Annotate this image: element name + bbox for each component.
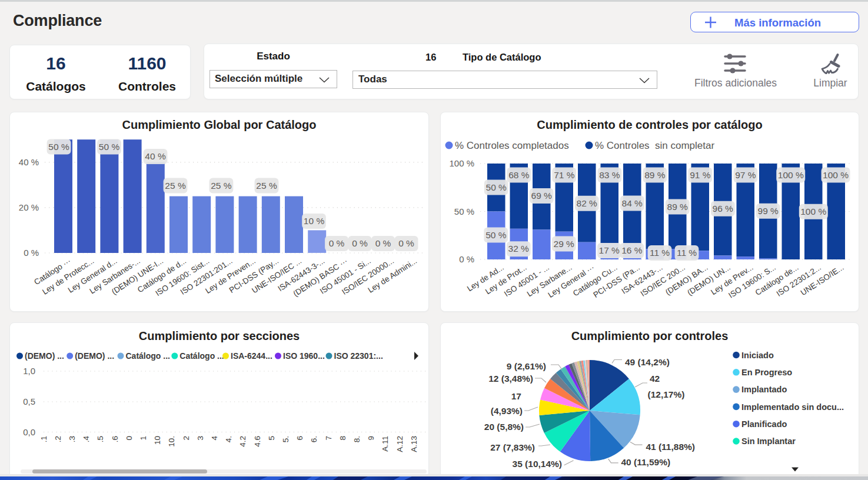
svg-text:17: 17 [511,391,521,401]
svg-text:100 %: 100 % [800,206,826,216]
svg-text:.3: .3 [68,436,77,442]
svg-text:ISO 1960...: ISO 1960... [283,351,325,361]
svg-text:11 %: 11 % [677,248,697,258]
svg-text:29 %: 29 % [554,239,575,249]
svg-text:0 %: 0 % [459,254,474,264]
svg-text:25 %: 25 % [165,181,186,191]
svg-text:41 (11,88%): 41 (11,88%) [646,442,695,452]
svg-text:1,0: 1,0 [23,366,35,376]
svg-text:En Progreso: En Progreso [741,368,792,377]
svg-text:A.11: A.11 [381,436,390,452]
svg-text:97 %: 97 % [735,170,756,180]
svg-text:20 %: 20 % [19,202,39,212]
svg-text:.2: .2 [54,436,62,442]
svg-text:1: 1 [139,436,148,441]
svg-text:Cumplimiento Global por Catálo: Cumplimiento Global por Catálogo [122,118,317,131]
svg-text:% Controles sin completar: % Controles sin completar [595,140,714,151]
svg-text:16 %: 16 % [621,245,643,255]
svg-text:(4,93%): (4,93%) [491,406,523,416]
svg-text:96 %: 96 % [713,204,734,214]
svg-text:8.: 8. [352,436,361,442]
svg-text:4.2: 4.2 [238,436,247,447]
svg-text:49 (14,2%): 49 (14,2%) [625,357,670,367]
svg-text:% Controles completados: % Controles completados [455,140,569,151]
svg-text:4.6: 4.6 [253,436,262,447]
svg-text:10: 10 [153,436,162,445]
svg-text:20 (5,8%): 20 (5,8%) [484,422,524,432]
svg-text:99 %: 99 % [758,206,779,216]
svg-text:100 %: 100 % [823,170,849,180]
svg-text:89 %: 89 % [667,202,689,212]
svg-text:9 (2,61%): 9 (2,61%) [507,361,546,371]
svg-text:0,5: 0,5 [23,396,35,406]
svg-text:50 %: 50 % [485,230,507,240]
svg-text:83 %: 83 % [599,170,620,180]
svg-text:68 %: 68 % [508,170,530,180]
svg-text:50 %: 50 % [99,142,120,152]
svg-text:.6: .6 [111,436,119,442]
svg-text:0 %: 0 % [398,238,414,248]
svg-text:(DEMO) ...: (DEMO) ... [75,351,114,361]
svg-text:27 (7,83%): 27 (7,83%) [490,442,535,452]
svg-text:12 (3,48%): 12 (3,48%) [488,374,533,384]
svg-text:84 %: 84 % [622,198,643,208]
svg-text:(12,17%): (12,17%) [648,389,685,399]
svg-text:50 %: 50 % [454,206,474,216]
svg-text:A.12: A.12 [395,436,404,452]
svg-text:91 %: 91 % [690,170,711,180]
svg-text:25 %: 25 % [211,181,232,191]
svg-text:82 %: 82 % [577,198,598,208]
svg-text:89 %: 89 % [644,170,666,180]
svg-text:42: 42 [650,374,660,384]
svg-text:9: 9 [367,436,375,441]
svg-text:.5: .5 [96,436,105,442]
svg-text:4: 4 [210,436,219,441]
svg-text:Cumplimiento por controles: Cumplimiento por controles [571,329,729,342]
svg-text:Cumplimiento por secciones: Cumplimiento por secciones [139,329,300,342]
svg-text:0: 0 [125,436,134,441]
svg-text:50 %: 50 % [486,182,507,192]
svg-text:40 %: 40 % [19,157,39,167]
svg-text:Implementado sin docu...: Implementado sin docu... [741,402,844,412]
svg-text:0 %: 0 % [375,238,391,248]
svg-text:11 %: 11 % [650,248,670,258]
svg-text:100 %: 100 % [778,170,804,180]
svg-text:Más información: Más información [734,16,821,29]
svg-text:0 %: 0 % [24,248,39,258]
svg-text:ISA-6244...: ISA-6244... [231,351,272,361]
svg-text:Catálogo ...: Catálogo ... [179,351,224,361]
svg-text:Implantado: Implantado [741,385,787,394]
svg-text:8: 8 [338,436,347,441]
svg-text:69 %: 69 % [531,191,553,201]
svg-text:3: 3 [196,436,205,441]
svg-text:0 %: 0 % [329,238,345,248]
svg-text:Planificado: Planificado [741,419,787,429]
svg-text:6.: 6. [310,436,318,442]
svg-text:0 %: 0 % [352,238,368,248]
svg-text:100 %: 100 % [449,158,474,168]
svg-text:4.: 4. [224,436,233,442]
svg-text:Catálogo ...: Catálogo ... [126,351,170,361]
svg-text:Sin Implantar: Sin Implantar [741,436,796,446]
svg-text:Cumplimiento de controles por: Cumplimiento de controles por catálogo [537,118,762,131]
svg-text:10.: 10. [167,436,176,447]
svg-text:6: 6 [295,436,304,441]
svg-text:5: 5 [267,436,276,441]
svg-text:7: 7 [324,436,333,441]
svg-text:32 %: 32 % [508,244,530,254]
svg-text:35 (10,14%): 35 (10,14%) [513,459,562,469]
svg-text:71 %: 71 % [554,170,575,180]
svg-text:A.13: A.13 [410,436,418,452]
svg-text:ISO 22301:...: ISO 22301:... [334,351,383,361]
svg-text:Iniciado: Iniciado [741,351,774,360]
svg-text:17 %: 17 % [599,245,620,255]
svg-text:(DEMO) ...: (DEMO) ... [25,351,64,361]
svg-text:40 (11,59%): 40 (11,59%) [621,457,671,467]
svg-text:2: 2 [182,436,191,441]
svg-text:.4: .4 [82,436,91,443]
svg-text:25 %: 25 % [256,181,277,191]
svg-text:0,0: 0,0 [23,427,35,437]
svg-text:.1: .1 [39,436,48,442]
svg-text:40 %: 40 % [145,151,166,161]
svg-text:10 %: 10 % [304,216,325,226]
